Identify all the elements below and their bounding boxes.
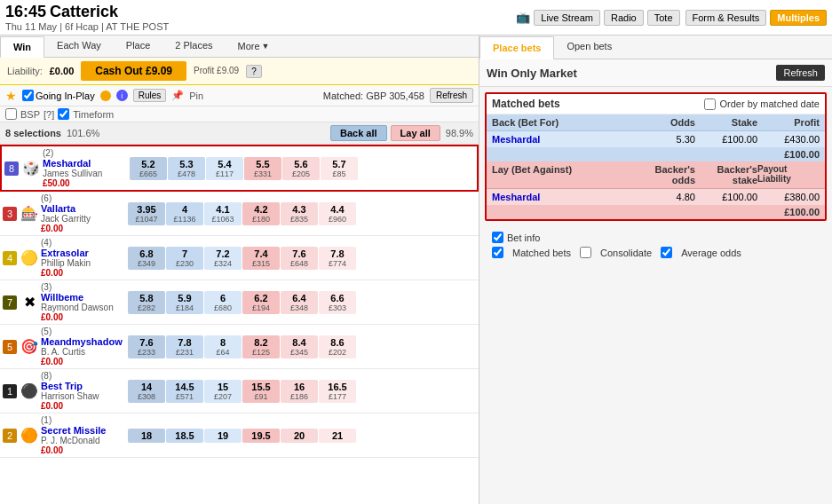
back-cell-3[interactable]: 7.2 £324 (204, 247, 242, 270)
lay-cell-1[interactable]: 8.2 £125 (242, 335, 280, 358)
lay-cell-2[interactable]: 7.6 £648 (281, 247, 318, 270)
lay-cell-3[interactable]: 16.5 £177 (319, 380, 356, 403)
lay-cell-2[interactable]: 4.3 £835 (281, 202, 318, 225)
back-cell-2[interactable]: 5.3 £478 (168, 157, 205, 180)
order-by-checkbox[interactable] (704, 98, 716, 110)
back-cell-1[interactable]: 6.8 £349 (128, 247, 165, 270)
multiples-btn[interactable]: Multiples (770, 10, 827, 26)
sel-name-block: (8) Best Trip Harrison Shaw £0.00 (39, 369, 128, 413)
sel-horse-name[interactable]: Meandmyshadow (41, 336, 126, 347)
back-cell-1[interactable]: 3.95 £1047 (128, 202, 165, 225)
rules-btn[interactable]: Rules (133, 89, 167, 102)
refresh-btn-left[interactable]: Refresh (430, 88, 473, 103)
bsp-checkbox[interactable] (5, 108, 17, 120)
sel-rank-icon: 1 (0, 369, 20, 413)
back-bet-row: Meshardal 5.30 £100.00 £430.00 (487, 131, 825, 147)
sel-horse-name[interactable]: Best Trip (41, 381, 126, 391)
refresh-btn-right[interactable]: Refresh (776, 65, 825, 81)
back-cell-3[interactable]: 15 £207 (204, 380, 242, 403)
bet-info-checkbox[interactable] (492, 232, 503, 243)
going-in-play-checkbox[interactable]: Going In-Play (22, 90, 95, 101)
right-panel: Place bets Open bets Win Only Market Ref… (479, 35, 832, 504)
lay-cell-2[interactable]: 16 £186 (281, 380, 318, 403)
sel-price: £50.00 (43, 178, 128, 188)
lay-cell-1[interactable]: 4.2 £180 (242, 202, 280, 225)
sel-horse-name[interactable]: Meshardal (43, 158, 128, 169)
tab-open-bets[interactable]: Open bets (554, 35, 624, 59)
back-cell-2[interactable]: 7 £230 (166, 247, 203, 270)
sel-horse-name[interactable]: Willbeme (41, 292, 126, 303)
lay-cell-3[interactable]: 8.6 £202 (319, 335, 356, 358)
back-cell-1[interactable]: 5.8 £282 (128, 291, 165, 314)
average-odds-checkbox[interactable] (661, 247, 672, 258)
tab-win[interactable]: Win (0, 36, 44, 58)
lay-cell-1[interactable]: 5.5 £331 (244, 157, 281, 180)
consolidate-checkbox[interactable] (580, 247, 591, 258)
lay-cell-2[interactable]: 6.4 £348 (281, 291, 318, 314)
svg-text:7: 7 (7, 297, 12, 308)
sel-name-block: (2) Meshardal James Sullivan £50.00 (41, 146, 130, 190)
average-odds-label: Average odds (681, 248, 741, 258)
pin-icon[interactable]: 📌 (171, 90, 184, 101)
back-cell-3[interactable]: 8 £64 (204, 335, 242, 358)
tote-btn[interactable]: Tote (647, 10, 680, 26)
lay-cell-1[interactable]: 7.4 £315 (242, 247, 280, 270)
back-cell-1[interactable]: 7.6 £233 (128, 335, 165, 358)
lay-cell-1[interactable]: 19.5 (242, 429, 280, 443)
lay-cell-2[interactable]: 5.6 £205 (282, 157, 320, 180)
timeform-label: Timeform (73, 109, 114, 120)
back-cell-2[interactable]: 7.8 £231 (166, 335, 203, 358)
tab-more[interactable]: More ▼ (226, 35, 282, 57)
sel-price: £0.00 (41, 268, 126, 278)
lay-cell-1[interactable]: 15.5 £91 (242, 380, 280, 403)
lay-cell-3[interactable]: 5.7 £85 (321, 157, 358, 180)
svg-text:3: 3 (7, 209, 12, 219)
radio-btn[interactable]: Radio (604, 10, 644, 26)
sel-horse-icon: ⚫ (20, 369, 39, 413)
back-cell-3[interactable]: 19 (204, 429, 242, 443)
back-all-btn[interactable]: Back all (330, 125, 387, 141)
cashout-button[interactable]: Cash Out £9.09 (81, 61, 186, 81)
live-stream-btn[interactable]: Live Stream (534, 10, 600, 26)
back-cell-1[interactable]: 18 (128, 429, 165, 443)
back-cell-2[interactable]: 5.9 £184 (166, 291, 203, 314)
sel-horse-name[interactable]: Vallarta (41, 203, 126, 214)
back-bet-profit: £430.00 (757, 134, 820, 145)
tab-place[interactable]: Place (114, 35, 163, 57)
timeform-checkbox[interactable] (58, 108, 69, 120)
tab-each-way[interactable]: Each Way (44, 35, 114, 57)
form-results-btn[interactable]: Form & Results (685, 10, 767, 26)
back-col-odds: Odds (642, 117, 695, 128)
table-row: 1 ⚫ (8) Best Trip Harrison Shaw £0.00 14… (0, 369, 479, 413)
back-cell-3[interactable]: 6 £680 (204, 291, 242, 314)
back-cell-1[interactable]: 5.2 £665 (130, 157, 167, 180)
sel-rank-icon: 2 (0, 413, 20, 457)
lay-cell-2[interactable]: 8.4 £345 (281, 335, 318, 358)
back-cell-2[interactable]: 14.5 £571 (166, 380, 203, 403)
lay-cell-2[interactable]: 20 (281, 429, 318, 443)
lay-cell-3[interactable]: 21 (319, 429, 356, 443)
tab-place-bets[interactable]: Place bets (479, 36, 554, 59)
matched-bets-opt-checkbox[interactable] (492, 247, 503, 258)
info-icon[interactable]: i (116, 90, 128, 101)
lay-cell-3[interactable]: 6.6 £303 (319, 291, 356, 314)
lay-cell-3[interactable]: 4.4 £960 (319, 202, 356, 225)
sel-horse-name[interactable]: Secret Missile (41, 425, 126, 436)
back-cell-2[interactable]: 18.5 (166, 429, 203, 443)
lay-cell-1[interactable]: 6.2 £194 (242, 291, 280, 314)
sel-jockey: James Sullivan (43, 169, 128, 178)
back-cell-3[interactable]: 5.4 £117 (206, 157, 243, 180)
lay-all-btn[interactable]: Lay all (391, 125, 440, 141)
question-mark-btn[interactable]: ? (246, 65, 262, 78)
lay-col-profit-label: Payout Liability (757, 164, 820, 184)
back-cell-1[interactable]: 14 £308 (128, 380, 165, 403)
sel-horse-name[interactable]: Extrasolar (41, 248, 126, 258)
matched-bets-header: Matched bets Order by matched date (487, 94, 825, 114)
back-cell-3[interactable]: 4.1 £1063 (204, 202, 242, 225)
tab-2places[interactable]: 2 Places (162, 35, 225, 57)
lay-cell-3[interactable]: 7.8 £774 (319, 247, 356, 270)
favorite-star[interactable]: ★ (5, 89, 17, 103)
market-tabs: Win Each Way Place 2 Places More ▼ (0, 35, 479, 58)
back-cell-2[interactable]: 4 £1136 (166, 202, 203, 225)
sel-jockey: P. J. McDonald (41, 436, 126, 445)
